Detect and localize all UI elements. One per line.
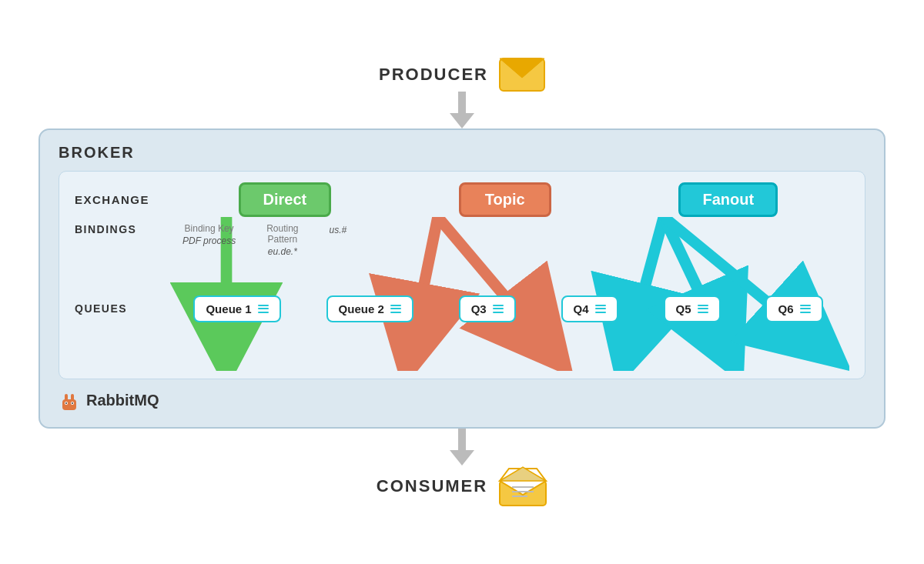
binding-ann-topic: RoutingPattern eu.de.* [266, 223, 298, 257]
queue-4: Q4 [561, 295, 618, 322]
svg-point-18 [72, 402, 73, 404]
queue-5-lines [698, 305, 708, 313]
producer-envelope-icon [499, 58, 545, 92]
queue-4-lines [595, 305, 606, 313]
queue-3: Q3 [459, 295, 516, 322]
routing-pattern-us: us.# [330, 225, 347, 235]
bindings-section-label: BINDINGS [75, 223, 167, 235]
queue-3-lines [493, 305, 504, 313]
producer-label: PRODUCER [379, 65, 488, 85]
routing-pattern-eu: eu.de.* [268, 246, 297, 257]
svg-point-17 [65, 402, 67, 404]
binding-ann-fanout-spacer [346, 223, 842, 257]
queue-6-lines [800, 305, 811, 313]
producer-to-broker-arrow [38, 92, 886, 128]
queue-1: Queue 1 [193, 295, 280, 322]
svg-rect-13 [65, 394, 68, 402]
exchange-boxes: Direct Topic Fanout [167, 182, 849, 217]
queue-6: Q6 [765, 295, 822, 322]
binding-key-label: Binding Key [185, 223, 234, 234]
svg-rect-14 [71, 394, 74, 402]
queue-6-label: Q6 [778, 302, 793, 315]
queues-row: QUEUES Queue 1 Queue 2 [75, 295, 849, 322]
bindings-queues: BINDINGS Binding Key PDF process Routing… [75, 217, 849, 371]
routing-pattern-label: RoutingPattern [266, 223, 298, 245]
exchange-section: EXCHANGE Direct Topic Fanout [59, 171, 865, 379]
queue-2-label: Queue 2 [339, 302, 384, 315]
bindings-labels: BINDINGS [75, 223, 167, 235]
binding-ann-direct: Binding Key PDF process [182, 223, 236, 257]
queue-4-label: Q4 [574, 302, 589, 315]
diagram: PRODUCER BROKER EXCHANGE Direct Topic Fa [38, 58, 886, 507]
queue-2-lines [390, 305, 401, 313]
binding-annotations: Binding Key PDF process RoutingPattern e… [167, 223, 849, 257]
queues-list: Queue 1 Queue 2 Q3 [167, 295, 849, 322]
broker-label: BROKER [59, 144, 865, 162]
exchange-section-label: EXCHANGE [75, 193, 167, 206]
consumer-section: CONSUMER [377, 466, 547, 507]
broker-box: BROKER EXCHANGE Direct Topic Fanout [38, 128, 886, 429]
producer-section: PRODUCER [379, 58, 545, 92]
consumer-envelope-icon [498, 466, 547, 507]
bindings-row: BINDINGS Binding Key PDF process Routing… [75, 217, 849, 257]
rabbitmq-row: RabbitMQ [59, 390, 865, 412]
binding-key-value: PDF process [182, 235, 236, 246]
queue-1-lines [258, 305, 269, 313]
queues-section-label: QUEUES [75, 302, 167, 315]
queue-5-label: Q5 [676, 302, 691, 315]
svg-rect-12 [62, 399, 76, 410]
consumer-label: CONSUMER [377, 476, 487, 496]
exchange-row: EXCHANGE Direct Topic Fanout [75, 182, 849, 217]
exchange-topic-btn: Topic [459, 182, 551, 217]
queue-3-label: Q3 [471, 302, 487, 315]
queue-5: Q5 [664, 295, 721, 322]
rabbitmq-label: RabbitMQ [86, 392, 159, 409]
queue-1-label: Queue 1 [206, 302, 251, 315]
binding-ann-topic-2: us.# [330, 223, 347, 257]
rabbitmq-icon [59, 390, 80, 412]
queue-2: Queue 2 [326, 295, 413, 322]
broker-to-consumer-arrow [38, 429, 886, 466]
exchange-fanout-btn: Fanout [678, 182, 778, 217]
exchange-direct-btn: Direct [239, 182, 331, 217]
